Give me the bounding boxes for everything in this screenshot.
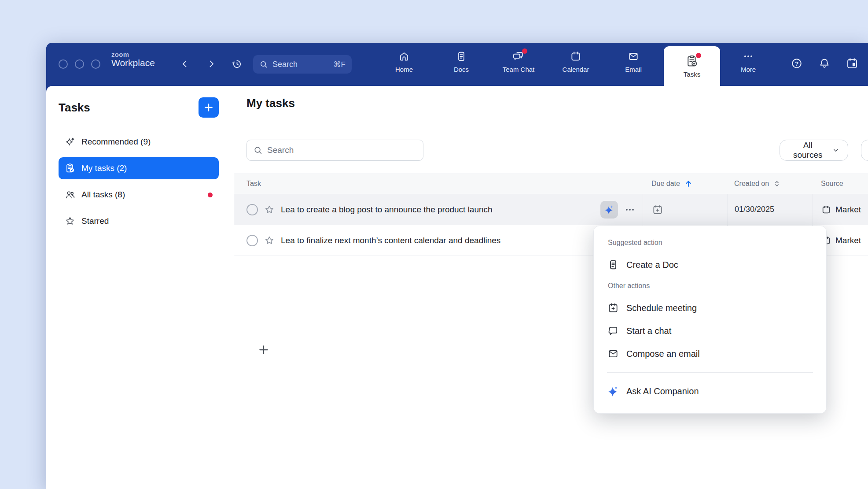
ai-actions-menu: Suggested action Create a Doc Other acti… — [593, 226, 827, 414]
task-title: Lea to finalize next month’s content cal… — [281, 236, 500, 245]
plus-icon — [257, 343, 270, 356]
ai-companion-button[interactable] — [600, 201, 618, 219]
nav-email-label: Email — [625, 66, 642, 73]
sidebar-item-all-tasks[interactable]: All tasks (8) — [59, 184, 219, 206]
sidebar: Tasks Recommended (9) — [46, 86, 234, 489]
window-control-zoom[interactable] — [91, 59, 100, 69]
chevron-right-icon — [206, 59, 217, 69]
filter-button-partial[interactable] — [861, 140, 868, 161]
star-icon[interactable] — [264, 204, 275, 215]
task-checkbox[interactable] — [246, 235, 258, 246]
logo-workplace: Workplace — [111, 58, 155, 68]
calendar-plus-icon — [652, 204, 663, 215]
history-icon — [231, 58, 243, 70]
add-task-button[interactable] — [257, 343, 270, 356]
sources-filter-dropdown[interactable]: All sources — [780, 140, 848, 161]
sort-icon — [772, 179, 781, 188]
menu-create-doc[interactable]: Create a Doc — [607, 253, 813, 276]
nav-calendar[interactable]: Calendar — [554, 50, 598, 73]
task-checkbox[interactable] — [246, 204, 258, 215]
column-created-on[interactable]: Created on — [727, 179, 812, 188]
menu-item-label: Schedule meeting — [626, 303, 697, 313]
page-title: My tasks — [246, 96, 295, 110]
new-task-button[interactable] — [199, 97, 219, 118]
calendar-plus-icon — [607, 302, 619, 314]
unread-dot — [208, 193, 213, 197]
menu-divider — [607, 372, 813, 373]
global-search[interactable]: Search ⌘F — [253, 55, 352, 74]
history-button[interactable] — [231, 58, 243, 70]
source-name: Market — [835, 236, 861, 245]
column-source: Source — [812, 180, 868, 188]
menu-section-label: Suggested action — [608, 237, 813, 248]
nav-tasks-label: Tasks — [684, 70, 700, 78]
task-search[interactable] — [246, 140, 423, 161]
tasks-icon — [685, 55, 699, 68]
menu-compose-email[interactable]: Compose an email — [607, 342, 813, 365]
nav-calendar-label: Calendar — [563, 66, 589, 73]
team-chat-badge — [522, 48, 527, 54]
add-due-date-button[interactable] — [652, 204, 663, 215]
doc-icon — [607, 259, 619, 270]
app-logo: zoom Workplace — [111, 51, 155, 68]
search-icon — [253, 145, 263, 155]
chevron-down-icon — [832, 146, 840, 154]
ai-sparkle-icon — [604, 204, 614, 215]
titlebar: zoom Workplace Search ⌘F — [46, 43, 868, 86]
nav-team-chat[interactable]: Team Chat — [497, 50, 541, 73]
task-row[interactable]: Lea to create a blog post to announce th… — [234, 194, 868, 225]
nav-home[interactable]: Home — [382, 50, 426, 73]
column-due-date[interactable]: Due date — [643, 179, 727, 189]
sidebar-item-label: Starred — [81, 216, 109, 226]
calendar-icon — [570, 50, 581, 63]
help-button[interactable]: ? — [791, 57, 803, 70]
menu-item-label: Start a chat — [626, 326, 671, 336]
sidebar-item-label: Recommended (9) — [81, 137, 151, 147]
more-dots-icon — [743, 50, 754, 63]
window-control-minimize[interactable] — [75, 59, 84, 69]
nav-more[interactable]: More — [726, 50, 770, 73]
sidebar-title: Tasks — [59, 101, 90, 115]
home-icon — [398, 50, 410, 63]
nav-team-chat-label: Team Chat — [503, 66, 535, 73]
global-search-placeholder: Search — [272, 60, 298, 69]
window-controls[interactable] — [59, 59, 100, 69]
sidebar-item-starred[interactable]: Starred — [59, 210, 219, 232]
created-date: 01/30/2025 — [735, 205, 774, 214]
calendar-date-icon — [846, 57, 858, 70]
bell-icon — [818, 57, 831, 70]
menu-item-label: Compose an email — [626, 349, 700, 359]
notifications-button[interactable] — [818, 57, 831, 70]
window-control-close[interactable] — [59, 59, 68, 69]
menu-item-label: Ask AI Companion — [626, 386, 699, 396]
logo-zoom: zoom — [111, 51, 155, 58]
sources-filter-value: All sources — [788, 141, 828, 160]
menu-ask-ai-companion[interactable]: Ask AI Companion — [607, 380, 813, 403]
schedule-button[interactable] — [846, 57, 858, 70]
menu-schedule-meeting[interactable]: Schedule meeting — [607, 296, 813, 319]
envelope-icon — [607, 348, 619, 359]
sidebar-item-recommended[interactable]: Recommended (9) — [59, 131, 219, 153]
tasks-badge — [696, 53, 701, 58]
people-icon — [65, 189, 75, 200]
nav-tasks-active-tab[interactable]: Tasks — [664, 46, 720, 86]
nav-email[interactable]: Email — [611, 50, 655, 73]
star-icon[interactable] — [264, 235, 275, 246]
sidebar-item-my-tasks[interactable]: My tasks (2) — [59, 157, 219, 179]
source-name: Market — [835, 205, 861, 215]
menu-item-label: Create a Doc — [626, 260, 678, 270]
menu-start-chat[interactable]: Start a chat — [607, 319, 813, 342]
column-task: Task — [234, 180, 643, 188]
help-icon: ? — [791, 57, 803, 70]
back-button[interactable] — [180, 59, 190, 69]
task-search-input[interactable] — [267, 145, 417, 155]
plus-icon — [203, 102, 214, 113]
sparkle-icon — [65, 137, 75, 147]
clipboard-check-icon — [65, 163, 75, 174]
nav-docs[interactable]: Docs — [439, 50, 483, 73]
sidebar-item-label: All tasks (8) — [81, 190, 125, 200]
ai-sparkle-icon — [607, 385, 619, 397]
row-more-button[interactable] — [624, 204, 636, 215]
forward-button[interactable] — [206, 59, 217, 69]
nav-more-label: More — [741, 66, 756, 73]
